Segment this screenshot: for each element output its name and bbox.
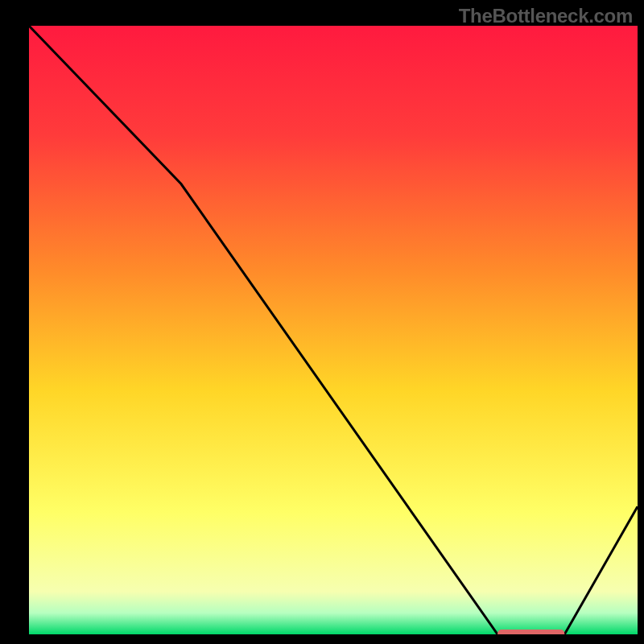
plot-background (29, 26, 638, 634)
attribution-label: TheBottleneck.com (459, 5, 633, 27)
axis-left (0, 0, 29, 644)
axis-bottom (0, 634, 644, 644)
chart-container: TheBottleneck.com (0, 0, 644, 644)
bottleneck-chart (0, 0, 644, 644)
